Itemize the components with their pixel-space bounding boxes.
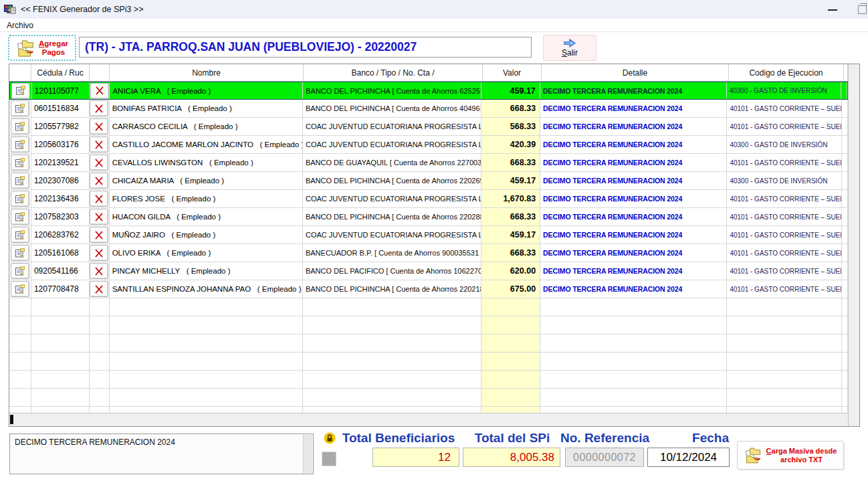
fecha-field[interactable]: 10/12/2024 [647, 448, 730, 467]
column-header-valor[interactable]: Valor [483, 64, 542, 81]
no-referencia-label: No. Referencia [560, 431, 646, 446]
cell-nombre: FLORES JOSE ( Empleado ) [110, 190, 303, 207]
horizontal-scrollbar-thumb[interactable] [10, 415, 13, 424]
window-title: << FENIX Generador de SPi3 >> [21, 5, 143, 14]
cell-cedula: 1205161068 [31, 244, 90, 262]
cell-detalle: DECIMO TERCERA REMUNERACION 2024 [540, 82, 727, 99]
folder-import-icon [16, 39, 36, 58]
column-header-nombre[interactable]: Nombre [110, 64, 304, 81]
folder-import-icon [744, 446, 763, 464]
status-square[interactable] [322, 452, 336, 466]
total-beneficiarios-field: 12 [372, 448, 459, 467]
table-row[interactable]: 1205603176CASTILLO JACOME MARLON JACINTO… [9, 136, 848, 154]
vertical-scrollbar[interactable] [848, 64, 859, 426]
restore-button[interactable] [858, 5, 867, 14]
delete-row-button[interactable] [90, 100, 108, 116]
table-row[interactable]: 1202139521CEVALLOS LIWINSGTON ( Empleado… [9, 154, 848, 172]
cell-cedula: 1202136436 [31, 190, 90, 207]
table-row[interactable]: 1202136436FLORES JOSE ( Empleado )COAC J… [9, 190, 848, 208]
table-row[interactable]: 1206283762MUÑOZ JAIRO ( Empleado )COAC J… [9, 226, 848, 244]
agregar-pagos-button[interactable]: Agregar Pagos [8, 35, 76, 61]
table-row[interactable]: 0601516834BONIFAS PATRICIA ( Empleado )B… [9, 100, 848, 118]
table-row[interactable]: 1205161068OLIVO ERIKA ( Empleado )BANECU… [9, 244, 848, 262]
total-spi-label: Total del SPi [465, 431, 560, 446]
cell-cedula: 1201105077 [32, 82, 90, 99]
delete-row-button[interactable] [90, 191, 108, 207]
column-header[interactable] [90, 64, 110, 81]
edit-row-button[interactable] [11, 227, 29, 243]
entity-title-field[interactable]: (TR) - JTA. PARROQ.SAN JUAN (PUEBLOVIEJO… [79, 37, 532, 58]
salir-button[interactable]: Salir [543, 35, 596, 61]
cell-detalle: DECIMO TERCERA REMUNERACION 2024 [540, 208, 727, 225]
delete-row-button[interactable] [90, 118, 108, 134]
cell-nombre: CHICAIZA MARIA ( Empleado ) [110, 172, 303, 189]
cell-banco: COAC JUVENTUD ECUATORIANA PROGRESISTA LT… [303, 136, 481, 153]
table-row[interactable]: 1207708478SANTILLAN ESPINOZA JOHANNA PAO… [9, 280, 848, 298]
edit-row-button[interactable] [11, 281, 29, 297]
edit-row-button[interactable] [11, 155, 29, 171]
delete-row-button[interactable] [90, 173, 108, 189]
cell-banco: BANCO DE GUAYAQUIL [ Cuenta de Ahorros 2… [303, 154, 481, 171]
menu-archivo[interactable]: Archivo [3, 21, 37, 30]
table-row[interactable]: 1202307086CHICAIZA MARIA ( Empleado )BAN… [9, 172, 848, 190]
payments-grid: Cédula / RucNombreBanco / Tipo / No. Cta… [9, 64, 860, 427]
cell-banco: COAC JUVENTUD ECUATORIANA PROGRESISTA LT… [303, 190, 481, 207]
table-row[interactable]: 1205577982CARRASCO CECILIA ( Empleado )C… [9, 118, 848, 136]
total-spi-field: 8,005.38 [463, 448, 560, 467]
cell-codigo: 40101 - GASTO CORRIENTE – SUELDOS [727, 262, 842, 280]
empty-table-row [9, 353, 848, 371]
edit-row-button[interactable] [11, 173, 29, 189]
minimize-button[interactable] [828, 9, 837, 11]
detalle-textarea[interactable]: DECIMO TERCERA REMUNERACION 2024 [9, 434, 314, 474]
detalle-scrollbar[interactable] [303, 435, 312, 473]
edit-row-button[interactable] [11, 209, 29, 225]
column-header[interactable] [9, 64, 31, 81]
column-header-codigo-de-ejecucion[interactable]: Codigo de Ejecucion [729, 64, 844, 81]
column-header-detalle[interactable]: Detalle [542, 64, 729, 81]
delete-row-button[interactable] [90, 263, 108, 279]
cell-cedula: 1206283762 [31, 226, 90, 244]
empty-table-row [9, 298, 848, 316]
cell-banco: BANCO DEL PICHINCHA [ Cuenta de Ahorros … [303, 82, 481, 99]
cell-cedula: 1205577982 [31, 118, 90, 135]
empty-table-row [9, 371, 848, 389]
cell-detalle: DECIMO TERCERA REMUNERACION 2024 [540, 118, 727, 135]
cell-codigo: 40101 - GASTO CORRIENTE – SUELDOS [727, 280, 842, 298]
cell-detalle: DECIMO TERCERA REMUNERACION 2024 [540, 226, 727, 244]
cell-cedula: 1202139521 [31, 154, 90, 171]
cell-nombre: HUACON GILDA ( Empleado ) [110, 208, 303, 225]
table-row[interactable]: 1201105077ANICIA VERA ( Empleado )BANCO … [9, 82, 848, 100]
empty-table-row [9, 389, 848, 407]
cell-codigo: 40101 - GASTO CORRIENTE – SUELDOS [727, 226, 842, 244]
table-row[interactable]: 1207582303HUACON GILDA ( Empleado )BANCO… [9, 208, 848, 226]
column-header-banco-tipo-no-cta[interactable]: Banco / Tipo / No. Cta / [304, 64, 483, 81]
edit-row-button[interactable] [11, 263, 29, 279]
edit-row-button[interactable] [11, 245, 29, 261]
column-header-c-dula-ruc[interactable]: Cédula / Ruc [31, 64, 90, 81]
fecha-label: Fecha [659, 431, 729, 446]
delete-row-button[interactable] [90, 227, 108, 243]
edit-row-button[interactable] [11, 100, 29, 116]
delete-row-button[interactable] [90, 209, 108, 225]
cell-codigo: 40101 - GASTO CORRIENTE – SUELDOS [727, 190, 842, 207]
delete-row-button[interactable] [90, 245, 108, 261]
carga-masiva-button[interactable]: Carga Masiva desde archivo TXT [737, 441, 844, 470]
delete-row-button[interactable] [90, 136, 108, 153]
menu-bar: Archivo [0, 19, 868, 32]
cell-codigo: 40300 - GASTO DE INVERSIÓN [727, 136, 842, 153]
edit-row-button[interactable] [11, 136, 29, 153]
edit-row-button[interactable] [11, 118, 29, 134]
edit-row-button[interactable] [11, 191, 29, 207]
agregar-pagos-label: Agregar Pagos [39, 39, 68, 56]
cell-valor: 420.39 [481, 136, 540, 153]
title-bar: << FENIX Generador de SPi3 >> [0, 0, 868, 19]
edit-row-button[interactable] [11, 83, 30, 99]
delete-row-button[interactable] [90, 155, 108, 171]
horizontal-scrollbar[interactable] [9, 413, 848, 426]
exit-arrow-icon [564, 39, 576, 47]
delete-row-button[interactable] [90, 281, 108, 297]
cell-codigo: 40300 - GASTO DE INVERSIÓN [727, 172, 842, 189]
cell-detalle: DECIMO TERCERA REMUNERACION 2024 [540, 172, 727, 189]
delete-row-button[interactable] [90, 83, 109, 99]
table-row[interactable]: 0920541166PINCAY MICHELLY ( Empleado )BA… [9, 262, 848, 280]
